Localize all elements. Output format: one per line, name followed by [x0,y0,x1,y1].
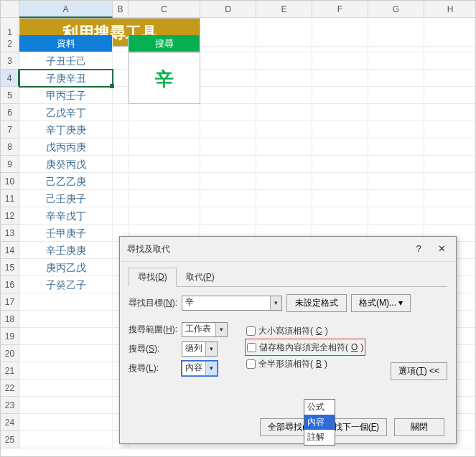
cell[interactable] [368,87,424,104]
cell[interactable] [312,138,368,156]
cell[interactable] [113,138,129,156]
cell[interactable] [424,138,476,156]
cell[interactable] [19,293,113,311]
data-cell[interactable]: 戊丙丙庚 [19,138,113,156]
cell[interactable] [113,156,129,173]
row-header[interactable]: 4 [1,70,19,87]
cell[interactable] [368,121,424,138]
cell[interactable] [200,70,256,87]
cell[interactable] [256,87,312,104]
cell[interactable] [256,121,312,138]
cell[interactable] [19,414,113,431]
options-toggle-button[interactable]: 選項(T) << [391,362,447,380]
search-dir-select[interactable]: 循列▾ [182,341,218,357]
row-header[interactable]: 11 [1,190,19,207]
cell[interactable] [256,104,312,121]
cell[interactable] [368,35,424,52]
cell[interactable] [200,207,256,225]
row-header[interactable]: 8 [1,138,19,156]
row-header[interactable]: 3 [1,52,19,70]
data-cell[interactable]: 子庚辛丑 [19,70,113,87]
cell[interactable] [368,70,424,87]
cell[interactable] [312,207,368,225]
cell[interactable] [200,87,256,104]
cell[interactable] [19,380,113,397]
cell[interactable] [19,362,113,380]
help-button[interactable]: ? [407,241,430,257]
no-format-button[interactable]: 未設定格式 [286,294,347,312]
row-header[interactable]: 17 [1,293,19,311]
cell[interactable] [424,207,476,225]
cell[interactable] [200,121,256,138]
cell[interactable] [200,173,256,190]
match-case-checkbox[interactable]: 大小寫須相符(C) [246,322,364,339]
cell[interactable] [368,104,424,121]
row-header[interactable]: 7 [1,121,19,138]
cell[interactable] [19,328,113,345]
row-header[interactable]: 13 [1,225,19,242]
cell[interactable] [113,87,129,104]
cell[interactable] [256,138,312,156]
chevron-down-icon[interactable]: ▾ [205,362,217,375]
match-width-checkbox[interactable]: 全半形須相符(B) [246,355,364,372]
row-header[interactable]: 5 [1,87,19,104]
column-header[interactable]: F [312,1,368,18]
search-header[interactable]: 搜尋 [129,35,200,52]
cell[interactable] [200,35,256,52]
cell[interactable] [256,156,312,173]
chevron-down-icon[interactable]: ▾ [270,296,281,310]
data-cell[interactable]: 辛壬庚庚 [19,242,113,259]
close-button[interactable]: 關閉 [394,418,444,436]
select-all-corner[interactable] [1,1,19,18]
row-header[interactable]: 14 [1,242,19,259]
cell[interactable] [256,52,312,70]
cell[interactable] [200,156,256,173]
cell[interactable] [129,138,200,156]
cell[interactable] [312,87,368,104]
cell[interactable] [256,190,312,207]
search-value-cell[interactable]: 辛 [129,52,200,104]
cell[interactable] [113,35,129,52]
cell[interactable] [113,207,129,225]
row-header[interactable]: 21 [1,362,19,380]
cell[interactable] [113,173,129,190]
dropdown-item-comment[interactable]: 註解 [304,430,335,445]
cell[interactable] [256,207,312,225]
cell[interactable] [19,431,113,448]
data-cell[interactable]: 甲丙壬子 [19,87,113,104]
cell[interactable] [256,70,312,87]
cell[interactable] [424,156,476,173]
cell[interactable] [312,173,368,190]
column-header[interactable]: D [200,1,256,18]
data-cell[interactable]: 辛丁庚庚 [19,121,113,138]
cell[interactable] [312,121,368,138]
match-entire-cell-checkbox[interactable]: 儲存格內容須完全相符(O) [245,339,365,356]
cell[interactable] [424,121,476,138]
cell[interactable] [424,104,476,121]
data-header[interactable]: 資料 [19,35,113,52]
row-header[interactable]: 10 [1,173,19,190]
row-header[interactable]: 6 [1,104,19,121]
row-header[interactable]: 9 [1,156,19,173]
cell[interactable] [424,190,476,207]
cell[interactable] [368,52,424,70]
find-what-input[interactable]: 辛▾ [182,296,282,311]
cell[interactable] [129,207,200,225]
row-header[interactable]: 16 [1,276,19,293]
cell[interactable] [424,35,476,52]
cell[interactable] [424,70,476,87]
data-cell[interactable]: 乙戊辛丁 [19,104,113,121]
cell[interactable] [129,190,200,207]
cell[interactable] [200,190,256,207]
cell[interactable] [424,173,476,190]
row-header[interactable]: 15 [1,259,19,276]
row-header[interactable]: 18 [1,311,19,328]
dropdown-item-value[interactable]: 內容 [304,415,335,430]
cell[interactable] [129,156,200,173]
cell[interactable] [312,35,368,52]
column-header[interactable]: A [19,1,113,18]
cell[interactable] [113,70,129,87]
cell[interactable] [312,70,368,87]
cell[interactable] [368,156,424,173]
cell[interactable] [312,156,368,173]
